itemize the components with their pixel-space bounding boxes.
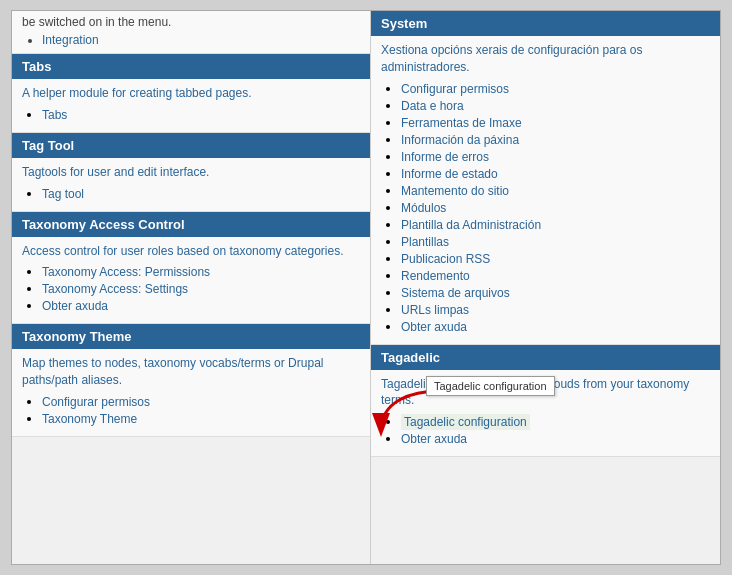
taxonomy-theme-link[interactable]: Taxonomy Theme	[42, 412, 137, 426]
tagadelic-config-link[interactable]: Tagadelic configuration	[401, 414, 530, 430]
list-item: URLs limpas	[401, 302, 710, 317]
list-item: Publicacion RSS	[401, 251, 710, 266]
integration-link[interactable]: Integration	[42, 33, 99, 47]
tag-tool-header: Tag Tool	[12, 133, 370, 158]
tagadelic-header: Tagadelic	[371, 345, 720, 370]
system-header: System	[371, 11, 720, 36]
list-item: Taxonomy Access: Permissions	[42, 264, 360, 279]
system-item-5[interactable]: Informe de estado	[401, 167, 498, 181]
taxonomy-access-header: Taxonomy Access Control	[12, 212, 370, 237]
list-item: Informe de estado	[401, 166, 710, 181]
partial-text-content: be switched on in the menu.	[22, 15, 171, 29]
system-item-9[interactable]: Plantillas	[401, 235, 449, 249]
taxonomy-access-items: Taxonomy Access: Permissions Taxonomy Ac…	[22, 264, 360, 313]
list-item: Información da páxina	[401, 132, 710, 147]
system-item-12[interactable]: Sistema de arquivos	[401, 286, 510, 300]
list-item: Módulos	[401, 200, 710, 215]
tagadelic-desc-text: Tagadelic makes weighted tag clouds from…	[381, 377, 689, 408]
list-item: Informe de erros	[401, 149, 710, 164]
tax-settings-link[interactable]: Taxonomy Access: Settings	[42, 282, 188, 296]
tabs-link[interactable]: Tabs	[42, 108, 67, 122]
system-section: System Xestiona opcións xerais de config…	[371, 11, 720, 345]
taxonomy-access-body: Access control for user roles based on t…	[12, 237, 370, 325]
system-desc: Xestiona opcións xerais de configuración…	[381, 42, 710, 76]
list-item: Sistema de arquivos	[401, 285, 710, 300]
taxonomy-theme-header: Taxonomy Theme	[12, 324, 370, 349]
tag-tool-section: Tag Tool Tagtools for user and edit inte…	[12, 133, 370, 212]
tag-tool-body: Tagtools for user and edit interface. Ta…	[12, 158, 370, 212]
list-item: Data e hora	[401, 98, 710, 113]
tagadelic-desc: Tagadelic makes weighted tag clouds from…	[381, 376, 710, 410]
list-item: Taxonomy Theme	[42, 411, 360, 426]
system-item-3[interactable]: Información da páxina	[401, 133, 519, 147]
system-item-13[interactable]: URLs limpas	[401, 303, 469, 317]
taxonomy-theme-desc: Map themes to nodes, taxonomy vocabs/ter…	[22, 355, 360, 389]
system-body: Xestiona opcións xerais de configuración…	[371, 36, 720, 345]
list-item: Taxonomy Access: Settings	[42, 281, 360, 296]
list-item: Plantilla da Administración	[401, 217, 710, 232]
right-column: System Xestiona opcións xerais de config…	[371, 11, 720, 564]
taxonomy-access-section: Taxonomy Access Control Access control f…	[12, 212, 370, 325]
partial-top-text: be switched on in the menu. Integration	[12, 11, 370, 54]
system-item-6[interactable]: Mantemento do sitio	[401, 184, 509, 198]
list-item: Obter axuda	[401, 431, 710, 446]
system-item-1[interactable]: Data e hora	[401, 99, 464, 113]
tagadelic-section: Tagadelic Tagadelic makes weighted tag c…	[371, 345, 720, 458]
list-item: Ferramentas de Imaxe	[401, 115, 710, 130]
list-item: Mantemento do sitio	[401, 183, 710, 198]
system-item-11[interactable]: Rendemento	[401, 269, 470, 283]
system-item-14[interactable]: Obter axuda	[401, 320, 467, 334]
list-item: Obter axuda	[42, 298, 360, 313]
system-item-8[interactable]: Plantilla da Administración	[401, 218, 541, 232]
tag-tool-link[interactable]: Tag tool	[42, 187, 84, 201]
tax-permissions-link[interactable]: Taxonomy Access: Permissions	[42, 265, 210, 279]
list-item: Tag tool	[42, 186, 360, 201]
left-column: be switched on in the menu. Integration …	[12, 11, 371, 564]
tabs-items: Tabs	[22, 107, 360, 122]
list-item: Configurar permisos	[42, 394, 360, 409]
taxonomy-theme-body: Map themes to nodes, taxonomy vocabs/ter…	[12, 349, 370, 437]
tagadelic-help-link[interactable]: Obter axuda	[401, 432, 467, 446]
tabs-desc: A helper module for creating tabbed page…	[22, 85, 360, 102]
tag-tool-items: Tag tool	[22, 186, 360, 201]
list-item: Rendemento	[401, 268, 710, 283]
system-item-4[interactable]: Informe de erros	[401, 150, 489, 164]
tagadelic-items: Tagadelic configuration Obter axuda	[381, 414, 710, 446]
system-items: Configurar permisos Data e hora Ferramen…	[381, 81, 710, 334]
list-item: Tagadelic configuration	[401, 414, 710, 429]
list-item: Configurar permisos	[401, 81, 710, 96]
system-item-7[interactable]: Módulos	[401, 201, 446, 215]
tabs-body: A helper module for creating tabbed page…	[12, 79, 370, 133]
taxonomy-theme-items: Configurar permisos Taxonomy Theme	[22, 394, 360, 426]
taxonomy-access-desc: Access control for user roles based on t…	[22, 243, 360, 260]
tagadelic-body: Tagadelic makes weighted tag clouds from…	[371, 370, 720, 458]
tabs-section: Tabs A helper module for creating tabbed…	[12, 54, 370, 133]
taxonomy-theme-section: Taxonomy Theme Map themes to nodes, taxo…	[12, 324, 370, 437]
tag-tool-desc: Tagtools for user and edit interface.	[22, 164, 360, 181]
tabs-header: Tabs	[12, 54, 370, 79]
list-item: Obter axuda	[401, 319, 710, 334]
system-item-10[interactable]: Publicacion RSS	[401, 252, 490, 266]
system-item-2[interactable]: Ferramentas de Imaxe	[401, 116, 522, 130]
tax-help-link[interactable]: Obter axuda	[42, 299, 108, 313]
system-item-0[interactable]: Configurar permisos	[401, 82, 509, 96]
list-item: Tabs	[42, 107, 360, 122]
list-item: Plantillas	[401, 234, 710, 249]
tax-theme-permisos-link[interactable]: Configurar permisos	[42, 395, 150, 409]
